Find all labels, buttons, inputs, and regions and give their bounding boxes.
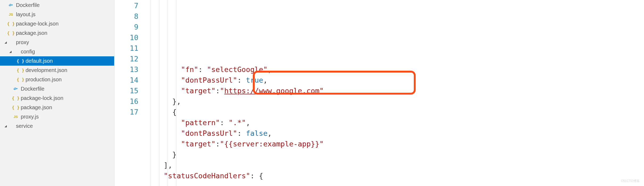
code-token: ], (164, 160, 172, 171)
code-token: , (263, 75, 267, 86)
tree-folder[interactable]: ◢proxy (0, 38, 114, 47)
tree-item-label: layout.js (16, 11, 35, 18)
tree-file[interactable]: JSlayout.js (0, 10, 114, 19)
code-line[interactable]: "target":"{{server:example-app}}" (146, 139, 644, 149)
code-token: : (198, 64, 207, 75)
chevron-down-icon[interactable]: ◢ (9, 50, 12, 53)
json-icon: { } (13, 96, 19, 101)
tree-item-label: Dockerfile (21, 86, 44, 92)
tree-item-label: proxy (16, 39, 29, 45)
code-token: : (220, 117, 229, 128)
json-icon: { } (18, 68, 23, 73)
tree-file[interactable]: { }package.json (0, 28, 114, 38)
tree-file[interactable]: { }package-lock.json (0, 19, 114, 28)
tree-file[interactable]: { }package-lock.json (0, 94, 114, 103)
code-line[interactable]: } (146, 149, 644, 160)
indent-whitespace (146, 171, 164, 181)
code-line[interactable]: "pattern": ".*", (146, 117, 644, 128)
indent-guide (151, 0, 151, 186)
code-token: "statusCodeHandlers" (164, 171, 250, 181)
indent-guide (168, 0, 168, 186)
indent-whitespace (146, 160, 164, 171)
code-token: : (250, 171, 259, 181)
code-line[interactable]: ], (146, 160, 644, 171)
code-token: : (237, 75, 246, 86)
indent-whitespace (146, 139, 181, 149)
code-line[interactable]: "statusCodeHandlers": { (146, 171, 644, 181)
line-number-gutter: 7891011121314151617 (114, 0, 146, 186)
tree-file[interactable]: { }production.json (0, 75, 114, 84)
tree-item-label: default.json (26, 58, 53, 64)
indent-whitespace (146, 86, 181, 96)
code-line[interactable]: "dontPassUrl": true, (146, 75, 644, 86)
svg-rect-3 (10, 4, 10, 4)
line-number: 8 (114, 11, 138, 22)
tree-item-label: config (21, 49, 35, 55)
file-explorer[interactable]: DockerfileJSlayout.js{ }package-lock.jso… (0, 0, 114, 186)
tree-file[interactable]: Dockerfile (0, 1, 114, 10)
tree-file[interactable]: { }package.json (0, 103, 114, 112)
line-number: 17 (114, 107, 138, 117)
code-token: "pattern" (181, 117, 220, 128)
tree-file[interactable]: { }default.json (0, 56, 114, 66)
code-token: " (220, 86, 224, 96)
json-icon: { } (8, 31, 14, 36)
code-token: "selectGoogle" (207, 64, 268, 75)
tree-file[interactable]: JSproxy.js (0, 112, 114, 121)
svg-rect-2 (11, 5, 11, 5)
code-token: ".*" (229, 117, 246, 128)
line-number: 16 (114, 96, 138, 107)
chevron-down-icon[interactable]: ◢ (4, 41, 7, 44)
tree-item-label: package.json (21, 104, 52, 111)
indent-guide (159, 0, 159, 186)
code-line[interactable]: "dontPassUrl": false, (146, 128, 644, 139)
code-line[interactable]: { (146, 107, 644, 117)
json-icon: { } (18, 58, 23, 64)
code-line[interactable]: }, (146, 96, 644, 107)
code-token: "fn" (181, 64, 198, 75)
tree-folder[interactable]: ◢service (0, 121, 114, 131)
indent-whitespace (146, 75, 181, 86)
code-token: " (319, 86, 324, 96)
svg-rect-9 (15, 87, 16, 88)
code-editor[interactable]: 7891011121314151617 "fn": "selectGoogle"… (114, 0, 644, 186)
code-line[interactable]: "fn": "selectGoogle", (146, 64, 644, 75)
line-number: 13 (114, 64, 138, 75)
code-token: true (246, 75, 263, 86)
watermark: ©51CTO博客 (621, 179, 640, 183)
line-number: 10 (114, 32, 138, 43)
code-token: "target" (181, 139, 216, 149)
code-token: "dontPassUrl" (181, 128, 237, 139)
code-token: }, (172, 96, 181, 107)
tree-item-label: package.json (16, 30, 47, 36)
js-icon: JS (8, 12, 14, 16)
code-area[interactable]: "fn": "selectGoogle", "dontPassUrl": tru… (146, 0, 644, 186)
chevron-down-icon[interactable]: ◢ (4, 124, 7, 128)
json-icon: { } (8, 21, 14, 26)
code-token: : (216, 86, 220, 96)
tree-item-label: Dockerfile (16, 2, 40, 8)
line-number: 7 (114, 1, 138, 11)
code-token: "{{server:example-app}}" (220, 139, 324, 149)
code-token: false (246, 128, 267, 139)
json-icon: { } (18, 77, 23, 82)
indent-whitespace (146, 128, 181, 139)
tree-item-label: package-lock.json (16, 21, 59, 27)
line-number: 15 (114, 86, 138, 96)
tree-folder[interactable]: ◢config (0, 47, 114, 56)
tree-item-label: development.json (26, 67, 67, 73)
svg-rect-0 (9, 5, 10, 5)
tree-file[interactable]: Dockerfile (0, 84, 114, 94)
tree-file[interactable]: { }development.json (0, 66, 114, 75)
line-number: 11 (114, 43, 138, 54)
svg-rect-5 (14, 88, 14, 89)
line-number: 14 (114, 75, 138, 86)
json-icon: { } (13, 105, 19, 110)
tree-item-label: service (16, 123, 33, 129)
code-token: "target" (181, 86, 216, 96)
code-line[interactable]: "target":"https://www.google.com" (146, 86, 644, 96)
js-icon: JS (13, 115, 19, 119)
code-token: , (267, 128, 272, 139)
code-token: https://www.google.com (224, 86, 320, 96)
tree-item-label: production.json (26, 77, 62, 83)
